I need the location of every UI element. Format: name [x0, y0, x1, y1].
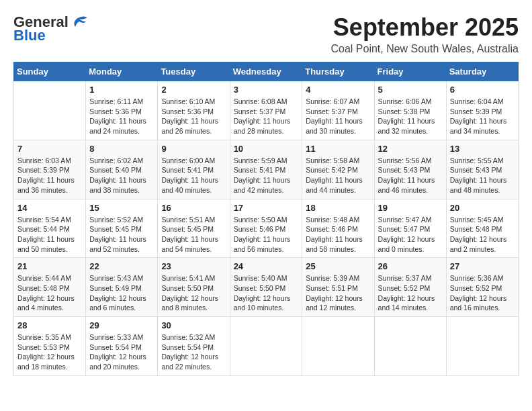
day-number: 15 [89, 203, 154, 213]
day-info: Sunrise: 6:03 AM Sunset: 5:39 PM Dayligh… [17, 156, 82, 195]
day-number: 16 [161, 203, 226, 213]
day-number: 27 [450, 261, 515, 271]
day-info: Sunrise: 5:40 AM Sunset: 5:50 PM Dayligh… [234, 273, 299, 313]
day-number: 2 [161, 85, 226, 95]
day-number: 14 [17, 203, 82, 213]
day-info: Sunrise: 5:44 AM Sunset: 5:48 PM Dayligh… [17, 273, 82, 313]
calendar-week-row: 1Sunrise: 6:11 AM Sunset: 5:36 PM Daylig… [14, 81, 519, 140]
day-info: Sunrise: 5:36 AM Sunset: 5:52 PM Dayligh… [450, 273, 515, 313]
day-number: 19 [378, 203, 443, 213]
weekday-header-tuesday: Tuesday [158, 62, 230, 81]
day-info: Sunrise: 6:08 AM Sunset: 5:37 PM Dayligh… [234, 97, 299, 136]
calendar-cell: 5Sunrise: 6:06 AM Sunset: 5:38 PM Daylig… [374, 81, 446, 140]
weekday-header-friday: Friday [374, 62, 446, 81]
day-info: Sunrise: 6:04 AM Sunset: 5:39 PM Dayligh… [450, 97, 515, 136]
day-number: 20 [450, 203, 515, 213]
calendar-cell [230, 317, 302, 376]
day-info: Sunrise: 5:32 AM Sunset: 5:54 PM Dayligh… [161, 332, 226, 372]
day-number: 4 [306, 85, 370, 95]
calendar-cell: 17Sunrise: 5:50 AM Sunset: 5:46 PM Dayli… [230, 199, 302, 258]
calendar-cell: 22Sunrise: 5:43 AM Sunset: 5:49 PM Dayli… [86, 258, 158, 317]
page-header: General Blue September 2025 Coal Point, … [13, 13, 519, 55]
day-number: 30 [161, 320, 226, 330]
calendar-cell: 2Sunrise: 6:10 AM Sunset: 5:36 PM Daylig… [158, 81, 230, 140]
calendar-cell: 29Sunrise: 5:33 AM Sunset: 5:54 PM Dayli… [86, 317, 158, 376]
day-info: Sunrise: 5:50 AM Sunset: 5:46 PM Dayligh… [234, 215, 299, 255]
calendar-cell: 11Sunrise: 5:58 AM Sunset: 5:42 PM Dayli… [302, 140, 374, 199]
calendar-cell: 26Sunrise: 5:37 AM Sunset: 5:52 PM Dayli… [374, 258, 446, 317]
day-info: Sunrise: 5:48 AM Sunset: 5:46 PM Dayligh… [306, 215, 370, 255]
day-number: 29 [89, 320, 154, 330]
calendar-cell: 4Sunrise: 6:07 AM Sunset: 5:37 PM Daylig… [302, 81, 374, 140]
logo: General Blue [13, 13, 89, 44]
day-number: 8 [89, 144, 154, 154]
day-number: 12 [378, 144, 443, 154]
calendar-cell: 18Sunrise: 5:48 AM Sunset: 5:46 PM Dayli… [302, 199, 374, 258]
calendar-cell [14, 81, 86, 140]
day-info: Sunrise: 6:11 AM Sunset: 5:36 PM Dayligh… [89, 97, 154, 136]
day-number: 13 [450, 144, 515, 154]
day-number: 25 [306, 261, 370, 271]
day-info: Sunrise: 5:35 AM Sunset: 5:53 PM Dayligh… [17, 332, 82, 372]
day-number: 21 [17, 261, 82, 271]
calendar-cell: 19Sunrise: 5:47 AM Sunset: 5:47 PM Dayli… [374, 199, 446, 258]
day-info: Sunrise: 5:37 AM Sunset: 5:52 PM Dayligh… [378, 273, 443, 313]
calendar-week-row: 7Sunrise: 6:03 AM Sunset: 5:39 PM Daylig… [14, 140, 519, 199]
day-info: Sunrise: 5:39 AM Sunset: 5:51 PM Dayligh… [306, 273, 370, 313]
day-info: Sunrise: 5:51 AM Sunset: 5:45 PM Dayligh… [161, 215, 226, 255]
calendar-cell: 1Sunrise: 6:11 AM Sunset: 5:36 PM Daylig… [86, 81, 158, 140]
weekday-header-sunday: Sunday [14, 62, 86, 81]
calendar-header-row: SundayMondayTuesdayWednesdayThursdayFrid… [14, 62, 519, 81]
day-number: 18 [306, 203, 370, 213]
day-info: Sunrise: 5:54 AM Sunset: 5:44 PM Dayligh… [17, 215, 82, 255]
calendar-cell [446, 317, 518, 376]
calendar-cell: 30Sunrise: 5:32 AM Sunset: 5:54 PM Dayli… [158, 317, 230, 376]
day-number: 5 [378, 85, 443, 95]
calendar-cell: 13Sunrise: 5:55 AM Sunset: 5:43 PM Dayli… [446, 140, 518, 199]
day-info: Sunrise: 5:43 AM Sunset: 5:49 PM Dayligh… [89, 273, 154, 313]
day-number: 26 [378, 261, 443, 271]
calendar-cell: 16Sunrise: 5:51 AM Sunset: 5:45 PM Dayli… [158, 199, 230, 258]
calendar-cell: 6Sunrise: 6:04 AM Sunset: 5:39 PM Daylig… [446, 81, 518, 140]
day-number: 3 [234, 85, 299, 95]
day-number: 1 [89, 85, 154, 95]
day-info: Sunrise: 5:56 AM Sunset: 5:43 PM Dayligh… [378, 156, 443, 195]
logo-bird-icon [70, 15, 89, 30]
weekday-header-wednesday: Wednesday [230, 62, 302, 81]
calendar-cell: 25Sunrise: 5:39 AM Sunset: 5:51 PM Dayli… [302, 258, 374, 317]
calendar-cell: 10Sunrise: 5:59 AM Sunset: 5:41 PM Dayli… [230, 140, 302, 199]
calendar-cell: 7Sunrise: 6:03 AM Sunset: 5:39 PM Daylig… [14, 140, 86, 199]
day-info: Sunrise: 5:59 AM Sunset: 5:41 PM Dayligh… [234, 156, 299, 195]
calendar-week-row: 28Sunrise: 5:35 AM Sunset: 5:53 PM Dayli… [14, 317, 519, 376]
calendar-cell: 9Sunrise: 6:00 AM Sunset: 5:41 PM Daylig… [158, 140, 230, 199]
calendar-cell [374, 317, 446, 376]
day-number: 10 [234, 144, 299, 154]
calendar-cell: 24Sunrise: 5:40 AM Sunset: 5:50 PM Dayli… [230, 258, 302, 317]
month-title: September 2025 [330, 13, 519, 42]
day-info: Sunrise: 6:00 AM Sunset: 5:41 PM Dayligh… [161, 156, 226, 195]
calendar-cell: 23Sunrise: 5:41 AM Sunset: 5:50 PM Dayli… [158, 258, 230, 317]
day-number: 11 [306, 144, 370, 154]
day-info: Sunrise: 6:06 AM Sunset: 5:38 PM Dayligh… [378, 97, 443, 136]
day-number: 24 [234, 261, 299, 271]
day-number: 23 [161, 261, 226, 271]
calendar-cell: 8Sunrise: 6:02 AM Sunset: 5:40 PM Daylig… [86, 140, 158, 199]
location-title: Coal Point, New South Wales, Australia [330, 43, 519, 55]
title-area: September 2025 Coal Point, New South Wal… [330, 13, 519, 55]
day-number: 22 [89, 261, 154, 271]
calendar-week-row: 14Sunrise: 5:54 AM Sunset: 5:44 PM Dayli… [14, 199, 519, 258]
day-number: 9 [161, 144, 226, 154]
calendar-cell: 14Sunrise: 5:54 AM Sunset: 5:44 PM Dayli… [14, 199, 86, 258]
day-info: Sunrise: 5:47 AM Sunset: 5:47 PM Dayligh… [378, 215, 443, 255]
day-info: Sunrise: 5:45 AM Sunset: 5:48 PM Dayligh… [450, 215, 515, 255]
calendar-cell: 3Sunrise: 6:08 AM Sunset: 5:37 PM Daylig… [230, 81, 302, 140]
calendar-cell: 12Sunrise: 5:56 AM Sunset: 5:43 PM Dayli… [374, 140, 446, 199]
calendar-table: SundayMondayTuesdayWednesdayThursdayFrid… [13, 62, 519, 376]
day-info: Sunrise: 6:10 AM Sunset: 5:36 PM Dayligh… [161, 97, 226, 136]
calendar-week-row: 21Sunrise: 5:44 AM Sunset: 5:48 PM Dayli… [14, 258, 519, 317]
calendar-cell: 20Sunrise: 5:45 AM Sunset: 5:48 PM Dayli… [446, 199, 518, 258]
day-number: 28 [17, 320, 82, 330]
calendar-cell: 27Sunrise: 5:36 AM Sunset: 5:52 PM Dayli… [446, 258, 518, 317]
calendar-cell: 21Sunrise: 5:44 AM Sunset: 5:48 PM Dayli… [14, 258, 86, 317]
day-info: Sunrise: 5:55 AM Sunset: 5:43 PM Dayligh… [450, 156, 515, 195]
